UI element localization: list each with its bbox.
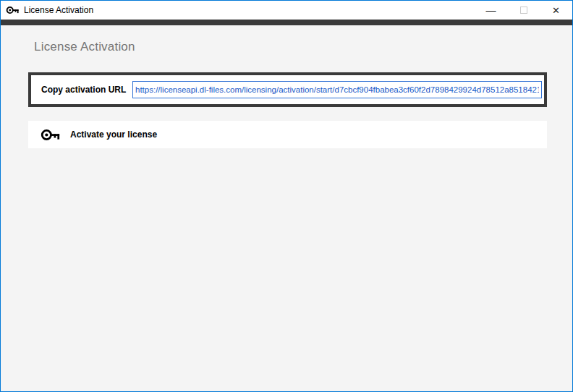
content-area: License Activation Copy activation URL A… xyxy=(1,25,572,391)
window-title: License Activation xyxy=(24,5,93,15)
key-icon xyxy=(6,5,20,15)
activate-license-row[interactable]: Activate your license xyxy=(28,121,547,148)
license-activation-window: License Activation — ✕ License Activatio… xyxy=(0,0,573,392)
minimize-button[interactable]: — xyxy=(475,1,507,20)
page-title: License Activation xyxy=(34,40,135,54)
copy-activation-box: Copy activation URL xyxy=(28,72,547,107)
key-icon xyxy=(41,127,61,142)
copy-activation-url-label: Copy activation URL xyxy=(41,85,126,95)
close-button[interactable]: ✕ xyxy=(540,1,572,20)
activation-url-input[interactable] xyxy=(132,81,542,98)
titlebar: License Activation — ✕ xyxy=(1,1,572,20)
maximize-icon xyxy=(520,7,527,14)
activate-license-label: Activate your license xyxy=(70,129,157,140)
maximize-button xyxy=(507,1,540,20)
window-controls: — ✕ xyxy=(475,1,572,20)
titlebar-divider xyxy=(1,20,572,25)
